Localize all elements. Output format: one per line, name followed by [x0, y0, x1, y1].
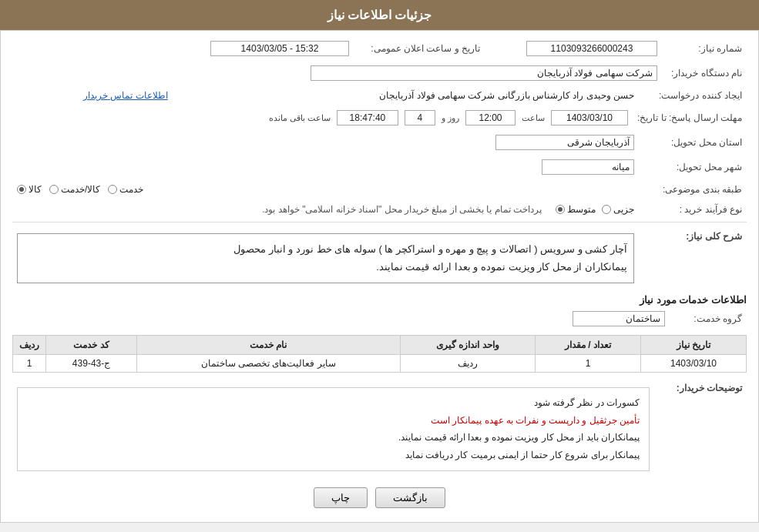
page-container: جزئیات اطلاعات نیاز شماره نیاز: 11030932…	[0, 0, 759, 523]
tozihat-line: پیمانکاران باید از محل کار ویزیت نموده و…	[27, 429, 640, 447]
radio-kala-khidmat-item[interactable]: کالا/خدمت	[49, 184, 100, 195]
ostan-box: آذربایجان شرقی	[495, 135, 634, 150]
baqi-mande-box: 18:47:40	[337, 110, 398, 125]
shomare-niaz-label: شماره نیاز:	[662, 38, 747, 59]
mohlat-values: 1403/03/10 ساعت 12:00 روز و 4 18:47:40 س…	[12, 108, 633, 128]
nam-dastgah-box: شرکت سهامی فولاد آذربایجان	[311, 65, 657, 81]
nam-dastgah-label: نام دستگاه خریدار:	[662, 63, 747, 83]
cell-vahad: ردیف	[400, 354, 535, 372]
radio-khidmat-item[interactable]: خدمت	[108, 184, 143, 195]
farayand-desc: پرداخت تمام یا بخشی از مبلغ خریدار محل "…	[262, 204, 542, 215]
tozihat-line: پیمانکار برای شروع کار حتما از ایمنی برم…	[27, 447, 640, 464]
atalaat-tamas-link[interactable]: اطلاعات تماس خریدار	[83, 90, 168, 101]
baqi-mande-label: ساعت باقی مانده	[269, 113, 331, 123]
radio-kala-label: کالا	[29, 184, 42, 195]
mohlat-label: مهلت ارسال پاسخ: تا تاریخ:	[633, 108, 747, 128]
cell-radif: 1	[13, 354, 46, 372]
divider-1	[12, 222, 747, 223]
col-kod: کد خدمت	[46, 335, 137, 354]
goroh-khedmat-box: ساختمان	[573, 311, 665, 326]
shahr-box: میانه	[542, 159, 634, 175]
sharh-koli-label: شرح کلی نیاز:	[639, 227, 747, 289]
radio-motawaset-item[interactable]: متوسط	[556, 204, 596, 215]
info-table-4: مهلت ارسال پاسخ: تا تاریخ: 1403/03/10 سا…	[12, 108, 747, 128]
info-table-6: شهر محل تحویل: میانه	[12, 157, 747, 177]
saat-label: ساعت	[522, 113, 545, 123]
sharh-line-2: پیمانکاران از محل کار ویزیت نموده و بعدا…	[24, 258, 627, 276]
info-table-goroh: گروه خدمت: ساختمان	[12, 309, 747, 329]
nam-dastgah-value: شرکت سهامی فولاد آذربایجان	[12, 63, 662, 83]
col-nam: نام خدمت	[137, 335, 400, 354]
atalaat-subtitle: اطلاعات خدمات مورد نیاز	[12, 294, 747, 306]
tozihat-value: کسورات در نظر گرفته شودتأمین جرثقیل و دا…	[12, 379, 654, 480]
ostan-value: آذربایجان شرقی	[12, 132, 639, 152]
tarikh-box: 1403/03/10	[551, 110, 628, 125]
page-title: جزئیات اطلاعات نیاز	[327, 8, 432, 22]
cell-kod: ج-43-439	[46, 354, 137, 372]
radio-kala-item[interactable]: کالا	[17, 184, 42, 195]
cell-nam: سایر فعالیت‌های تخصصی ساختمان	[137, 354, 400, 372]
main-content: شماره نیاز: 1103093266000243 تاریخ و ساع…	[0, 30, 759, 523]
radio-khidmat-label: خدمت	[119, 184, 143, 195]
rooz-label: روز و	[442, 113, 459, 123]
cell-tarikh: 1403/03/10	[640, 354, 746, 372]
tozihat-label: توضیحات خریدار:	[654, 379, 747, 480]
sharh-koli-value: آچار کشی و سرویس ( اتصالات و پیچ و مهره …	[12, 227, 639, 289]
button-row: بازگشت چاپ	[12, 487, 747, 508]
info-table-7: طبقه بندی موضوعی: کالا کالا/خدمت خدمت	[12, 182, 747, 197]
radio-motawaset-circle[interactable]	[556, 205, 565, 214]
goroh-khedmat-label: گروه خدمت:	[670, 309, 747, 329]
info-table-8: نوع فرآیند خرید : جزیی متوسط پرداخت تمام…	[12, 202, 747, 217]
goroh-khedmat-value: ساختمان	[12, 309, 670, 329]
col-radif: ردیف	[13, 335, 46, 354]
info-table-2: نام دستگاه خریدار: شرکت سهامی فولاد آذرب…	[12, 63, 747, 83]
radio-motawaset-label: متوسط	[567, 204, 596, 215]
info-table-3: ایجاد کننده درخواست: حسن وحیدی راد کارشن…	[12, 88, 747, 103]
radio-kala-khidmat-label: کالا/خدمت	[61, 184, 100, 195]
sharh-line-1: آچار کشی و سرویس ( اتصالات و پیچ و مهره …	[24, 240, 627, 258]
col-vahad: واحد اندازه گیری	[400, 335, 535, 354]
radio-jozee-item[interactable]: جزیی	[602, 204, 634, 215]
tozihat-line: کسورات در نظر گرفته شود	[27, 394, 640, 412]
col-tedad: تعداد / مقدار	[536, 335, 641, 354]
services-table-body: 1403/03/10 1 ردیف سایر فعالیت‌های تخصصی …	[13, 354, 747, 372]
table-row: 1403/03/10 1 ردیف سایر فعالیت‌های تخصصی …	[13, 354, 747, 372]
tozihat-line: تأمین جرثقیل و دارپست و نفرات به عهده پی…	[27, 412, 640, 430]
radio-jozee-label: جزیی	[613, 204, 634, 215]
tarikh-sanat-value: 1403/03/05 - 15:32	[12, 38, 354, 59]
col-tarikh: تاریخ نیاز	[640, 335, 746, 354]
radio-kala-circle[interactable]	[17, 185, 26, 194]
radio-jozee-circle[interactable]	[602, 205, 611, 214]
info-table-top: شماره نیاز: 1103093266000243 تاریخ و ساع…	[12, 38, 747, 59]
info-table-5: استان محل تحویل: آذربایجان شرقی	[12, 132, 747, 152]
tarikh-sanat-label: تاریخ و ساعت اعلان عمومی:	[354, 38, 485, 59]
saat-box: 12:00	[465, 110, 516, 125]
cell-tedad: 1	[536, 354, 641, 372]
radio-khidmat-circle[interactable]	[108, 185, 117, 194]
ijad-konande-value: حسن وحیدی راد کارشناس بازرگانی شرکت سهام…	[188, 88, 639, 103]
ijad-konande-label: ایجاد کننده درخواست:	[639, 88, 747, 103]
shomare-niaz-box: 1103093266000243	[526, 41, 657, 56]
tabaqe-label: طبقه بندی موضوعی:	[639, 182, 747, 197]
tozihat-box: کسورات در نظر گرفته شودتأمین جرثقیل و دا…	[17, 387, 650, 471]
info-table-tozihat: توضیحات خریدار: کسورات در نظر گرفته شودت…	[12, 379, 747, 480]
shahr-value: میانه	[12, 157, 639, 177]
print-button[interactable]: چاپ	[314, 487, 368, 508]
shomare-niaz-value: 1103093266000243	[508, 38, 662, 59]
tabaqe-radios: کالا کالا/خدمت خدمت	[12, 182, 639, 197]
sharh-koli-box: آچار کشی و سرویس ( اتصالات و پیچ و مهره …	[17, 233, 634, 283]
noe-farayand-content: جزیی متوسط پرداخت تمام یا بخشی از مبلغ خ…	[12, 202, 639, 217]
back-button[interactable]: بازگشت	[375, 487, 445, 508]
info-table-sharh: شرح کلی نیاز: آچار کشی و سرویس ( اتصالات…	[12, 227, 747, 289]
tarikh-sanat-box: 1403/03/05 - 15:32	[210, 41, 349, 56]
noe-farayand-label: نوع فرآیند خرید :	[639, 202, 747, 217]
ijad-konande-text: حسن وحیدی راد کارشناس بازرگانی شرکت سهام…	[379, 90, 634, 101]
services-table: تاریخ نیاز تعداد / مقدار واحد اندازه گیر…	[12, 335, 747, 373]
shahr-label: شهر محل تحویل:	[639, 157, 747, 177]
rooz-box: 4	[405, 110, 435, 125]
ostan-label: استان محل تحویل:	[639, 132, 747, 152]
page-header: جزئیات اطلاعات نیاز	[0, 0, 759, 30]
services-table-head: تاریخ نیاز تعداد / مقدار واحد اندازه گیر…	[13, 335, 747, 354]
radio-kala-khidmat-circle[interactable]	[49, 185, 59, 194]
